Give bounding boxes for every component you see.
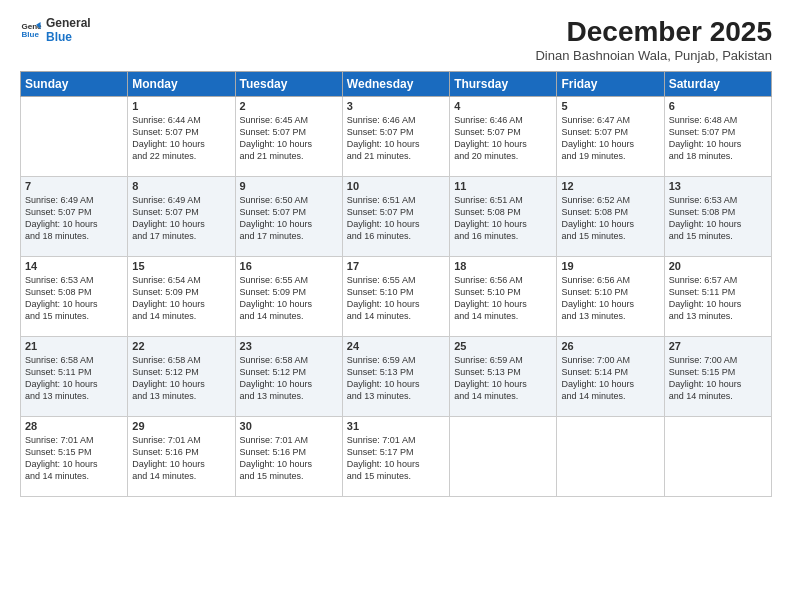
logo-blue: Blue	[46, 30, 91, 44]
day-number: 21	[25, 340, 123, 352]
day-number: 14	[25, 260, 123, 272]
day-info: Sunrise: 6:55 AM Sunset: 5:09 PM Dayligh…	[240, 274, 338, 323]
calendar-cell: 14Sunrise: 6:53 AM Sunset: 5:08 PM Dayli…	[21, 257, 128, 337]
day-number: 12	[561, 180, 659, 192]
day-number: 18	[454, 260, 552, 272]
svg-text:Blue: Blue	[21, 31, 39, 40]
calendar-cell: 20Sunrise: 6:57 AM Sunset: 5:11 PM Dayli…	[664, 257, 771, 337]
calendar-cell: 28Sunrise: 7:01 AM Sunset: 5:15 PM Dayli…	[21, 417, 128, 497]
day-number: 26	[561, 340, 659, 352]
day-number: 13	[669, 180, 767, 192]
day-info: Sunrise: 7:01 AM Sunset: 5:17 PM Dayligh…	[347, 434, 445, 483]
day-info: Sunrise: 6:53 AM Sunset: 5:08 PM Dayligh…	[669, 194, 767, 243]
calendar-cell: 2Sunrise: 6:45 AM Sunset: 5:07 PM Daylig…	[235, 97, 342, 177]
calendar-cell: 9Sunrise: 6:50 AM Sunset: 5:07 PM Daylig…	[235, 177, 342, 257]
calendar-week-1: 1Sunrise: 6:44 AM Sunset: 5:07 PM Daylig…	[21, 97, 772, 177]
calendar-cell	[557, 417, 664, 497]
day-number: 7	[25, 180, 123, 192]
day-info: Sunrise: 6:46 AM Sunset: 5:07 PM Dayligh…	[454, 114, 552, 163]
day-number: 25	[454, 340, 552, 352]
header-row: General Blue General Blue December 2025 …	[20, 16, 772, 63]
day-info: Sunrise: 6:57 AM Sunset: 5:11 PM Dayligh…	[669, 274, 767, 323]
day-info: Sunrise: 6:54 AM Sunset: 5:09 PM Dayligh…	[132, 274, 230, 323]
calendar-cell: 1Sunrise: 6:44 AM Sunset: 5:07 PM Daylig…	[128, 97, 235, 177]
day-number: 4	[454, 100, 552, 112]
day-info: Sunrise: 6:53 AM Sunset: 5:08 PM Dayligh…	[25, 274, 123, 323]
header-row-days: Sunday Monday Tuesday Wednesday Thursday…	[21, 72, 772, 97]
day-info: Sunrise: 6:50 AM Sunset: 5:07 PM Dayligh…	[240, 194, 338, 243]
calendar-cell	[450, 417, 557, 497]
day-number: 30	[240, 420, 338, 432]
day-number: 3	[347, 100, 445, 112]
day-number: 19	[561, 260, 659, 272]
calendar-cell: 12Sunrise: 6:52 AM Sunset: 5:08 PM Dayli…	[557, 177, 664, 257]
day-number: 2	[240, 100, 338, 112]
day-info: Sunrise: 7:01 AM Sunset: 5:15 PM Dayligh…	[25, 434, 123, 483]
month-title: December 2025	[535, 16, 772, 48]
title-block: December 2025 Dinan Bashnoian Wala, Punj…	[535, 16, 772, 63]
day-number: 24	[347, 340, 445, 352]
col-wednesday: Wednesday	[342, 72, 449, 97]
day-info: Sunrise: 6:59 AM Sunset: 5:13 PM Dayligh…	[347, 354, 445, 403]
calendar-week-3: 14Sunrise: 6:53 AM Sunset: 5:08 PM Dayli…	[21, 257, 772, 337]
calendar-cell: 27Sunrise: 7:00 AM Sunset: 5:15 PM Dayli…	[664, 337, 771, 417]
day-number: 17	[347, 260, 445, 272]
day-info: Sunrise: 6:56 AM Sunset: 5:10 PM Dayligh…	[561, 274, 659, 323]
calendar-cell: 23Sunrise: 6:58 AM Sunset: 5:12 PM Dayli…	[235, 337, 342, 417]
logo-icon: General Blue	[20, 19, 42, 41]
day-number: 5	[561, 100, 659, 112]
day-number: 11	[454, 180, 552, 192]
col-monday: Monday	[128, 72, 235, 97]
day-number: 31	[347, 420, 445, 432]
col-friday: Friday	[557, 72, 664, 97]
day-info: Sunrise: 6:55 AM Sunset: 5:10 PM Dayligh…	[347, 274, 445, 323]
calendar-cell: 16Sunrise: 6:55 AM Sunset: 5:09 PM Dayli…	[235, 257, 342, 337]
logo-general: General	[46, 16, 91, 30]
day-info: Sunrise: 6:59 AM Sunset: 5:13 PM Dayligh…	[454, 354, 552, 403]
calendar-week-2: 7Sunrise: 6:49 AM Sunset: 5:07 PM Daylig…	[21, 177, 772, 257]
calendar-week-5: 28Sunrise: 7:01 AM Sunset: 5:15 PM Dayli…	[21, 417, 772, 497]
calendar-cell: 5Sunrise: 6:47 AM Sunset: 5:07 PM Daylig…	[557, 97, 664, 177]
day-info: Sunrise: 6:45 AM Sunset: 5:07 PM Dayligh…	[240, 114, 338, 163]
calendar-cell: 17Sunrise: 6:55 AM Sunset: 5:10 PM Dayli…	[342, 257, 449, 337]
day-number: 22	[132, 340, 230, 352]
calendar-cell: 26Sunrise: 7:00 AM Sunset: 5:14 PM Dayli…	[557, 337, 664, 417]
day-info: Sunrise: 6:44 AM Sunset: 5:07 PM Dayligh…	[132, 114, 230, 163]
calendar-page: General Blue General Blue December 2025 …	[0, 0, 792, 612]
day-number: 23	[240, 340, 338, 352]
col-sunday: Sunday	[21, 72, 128, 97]
calendar-table: Sunday Monday Tuesday Wednesday Thursday…	[20, 71, 772, 497]
day-info: Sunrise: 6:49 AM Sunset: 5:07 PM Dayligh…	[132, 194, 230, 243]
day-number: 28	[25, 420, 123, 432]
calendar-cell: 15Sunrise: 6:54 AM Sunset: 5:09 PM Dayli…	[128, 257, 235, 337]
logo: General Blue General Blue	[20, 16, 91, 45]
day-info: Sunrise: 7:01 AM Sunset: 5:16 PM Dayligh…	[240, 434, 338, 483]
day-number: 1	[132, 100, 230, 112]
day-number: 10	[347, 180, 445, 192]
calendar-week-4: 21Sunrise: 6:58 AM Sunset: 5:11 PM Dayli…	[21, 337, 772, 417]
day-info: Sunrise: 6:47 AM Sunset: 5:07 PM Dayligh…	[561, 114, 659, 163]
day-info: Sunrise: 6:46 AM Sunset: 5:07 PM Dayligh…	[347, 114, 445, 163]
calendar-cell: 24Sunrise: 6:59 AM Sunset: 5:13 PM Dayli…	[342, 337, 449, 417]
col-tuesday: Tuesday	[235, 72, 342, 97]
calendar-cell: 10Sunrise: 6:51 AM Sunset: 5:07 PM Dayli…	[342, 177, 449, 257]
day-number: 20	[669, 260, 767, 272]
calendar-cell: 18Sunrise: 6:56 AM Sunset: 5:10 PM Dayli…	[450, 257, 557, 337]
calendar-cell: 31Sunrise: 7:01 AM Sunset: 5:17 PM Dayli…	[342, 417, 449, 497]
day-number: 6	[669, 100, 767, 112]
calendar-cell: 11Sunrise: 6:51 AM Sunset: 5:08 PM Dayli…	[450, 177, 557, 257]
calendar-cell: 21Sunrise: 6:58 AM Sunset: 5:11 PM Dayli…	[21, 337, 128, 417]
calendar-cell: 30Sunrise: 7:01 AM Sunset: 5:16 PM Dayli…	[235, 417, 342, 497]
day-info: Sunrise: 6:56 AM Sunset: 5:10 PM Dayligh…	[454, 274, 552, 323]
calendar-cell: 22Sunrise: 6:58 AM Sunset: 5:12 PM Dayli…	[128, 337, 235, 417]
calendar-cell: 7Sunrise: 6:49 AM Sunset: 5:07 PM Daylig…	[21, 177, 128, 257]
day-info: Sunrise: 6:58 AM Sunset: 5:12 PM Dayligh…	[132, 354, 230, 403]
calendar-cell: 25Sunrise: 6:59 AM Sunset: 5:13 PM Dayli…	[450, 337, 557, 417]
calendar-cell: 6Sunrise: 6:48 AM Sunset: 5:07 PM Daylig…	[664, 97, 771, 177]
calendar-cell: 4Sunrise: 6:46 AM Sunset: 5:07 PM Daylig…	[450, 97, 557, 177]
col-saturday: Saturday	[664, 72, 771, 97]
day-info: Sunrise: 6:51 AM Sunset: 5:08 PM Dayligh…	[454, 194, 552, 243]
location-title: Dinan Bashnoian Wala, Punjab, Pakistan	[535, 48, 772, 63]
day-info: Sunrise: 6:51 AM Sunset: 5:07 PM Dayligh…	[347, 194, 445, 243]
day-info: Sunrise: 6:49 AM Sunset: 5:07 PM Dayligh…	[25, 194, 123, 243]
